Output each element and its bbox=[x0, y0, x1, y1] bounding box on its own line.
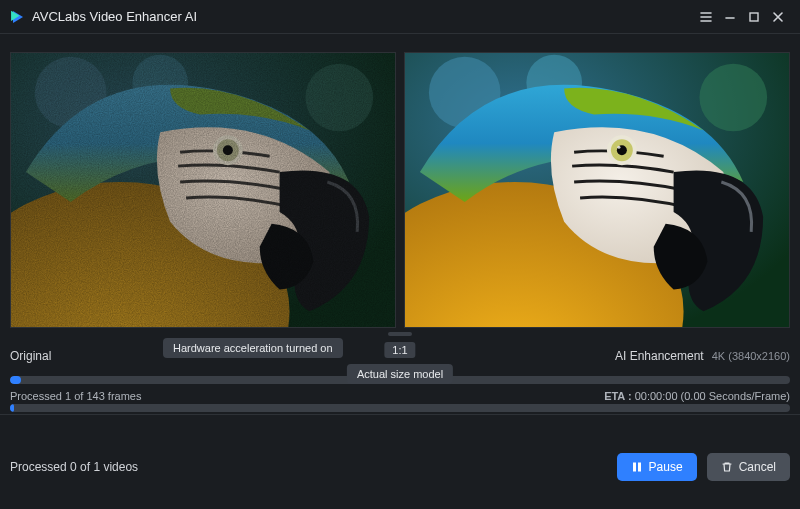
label-original: Original bbox=[10, 349, 51, 363]
preview-divider-handle[interactable] bbox=[10, 328, 790, 342]
trash-icon bbox=[721, 461, 733, 473]
frames-processed-text: Processed 1 of 143 frames bbox=[10, 390, 141, 402]
svg-point-15 bbox=[699, 64, 767, 132]
svg-rect-2 bbox=[750, 13, 758, 21]
svg-rect-11 bbox=[11, 53, 395, 327]
videos-processed-text: Processed 0 of 1 videos bbox=[10, 460, 138, 474]
maximize-icon bbox=[747, 10, 761, 24]
preview-original bbox=[10, 52, 396, 328]
pause-button-label: Pause bbox=[649, 460, 683, 474]
actual-size-tooltip: Actual size model bbox=[347, 364, 453, 384]
hamburger-menu-button[interactable] bbox=[694, 5, 718, 29]
minimize-button[interactable] bbox=[718, 5, 742, 29]
preview-comparison bbox=[10, 52, 790, 328]
frames-progress-fill bbox=[10, 376, 21, 384]
cancel-button[interactable]: Cancel bbox=[707, 453, 790, 481]
eta-value: 00:00:00 (0.00 Seconds/Frame) bbox=[635, 390, 790, 402]
app-title: AVCLabs Video Enhancer AI bbox=[32, 9, 197, 24]
menu-icon bbox=[699, 10, 713, 24]
close-icon bbox=[771, 10, 785, 24]
label-resolution: 4K (3840x2160) bbox=[712, 350, 790, 362]
svg-rect-21 bbox=[633, 463, 636, 472]
minimize-icon bbox=[723, 10, 737, 24]
play-logo-icon bbox=[10, 9, 26, 25]
hw-accel-tooltip: Hardware acceleration turned on bbox=[163, 338, 343, 358]
videos-progress-bar bbox=[10, 404, 790, 412]
cancel-button-label: Cancel bbox=[739, 460, 776, 474]
pause-icon bbox=[631, 461, 643, 473]
maximize-button[interactable] bbox=[742, 5, 766, 29]
label-enhanced: AI Enhancement bbox=[615, 349, 704, 363]
eta-label: ETA : bbox=[604, 390, 632, 402]
pause-button[interactable]: Pause bbox=[617, 453, 697, 481]
svg-rect-22 bbox=[638, 463, 641, 472]
close-button[interactable] bbox=[766, 5, 790, 29]
preview-enhanced bbox=[404, 52, 790, 328]
app-logo: AVCLabs Video Enhancer AI bbox=[10, 9, 197, 25]
zoom-ratio-pill[interactable]: 1:1 bbox=[384, 342, 415, 358]
videos-progress-fill bbox=[10, 404, 14, 412]
titlebar: AVCLabs Video Enhancer AI bbox=[0, 0, 800, 34]
svg-point-20 bbox=[617, 146, 620, 149]
